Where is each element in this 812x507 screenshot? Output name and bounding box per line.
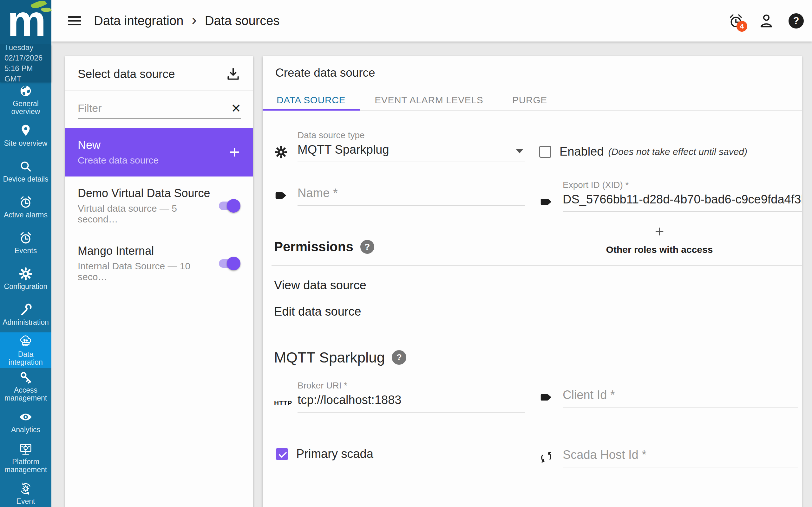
help-icon[interactable]: ? bbox=[360, 240, 374, 254]
sidebar-item-access-management[interactable]: Access management bbox=[0, 368, 51, 404]
x509-ca-input[interactable]: X509 CA (PEM format) bbox=[298, 499, 796, 507]
tab-purge[interactable]: PURGE bbox=[498, 90, 562, 110]
alarm-icon bbox=[18, 195, 33, 210]
sidebar-item-general-overview[interactable]: General overview bbox=[0, 82, 51, 118]
alarm-notifications-button[interactable]: 4 bbox=[728, 13, 744, 29]
eye-icon bbox=[18, 410, 33, 424]
tag-icon bbox=[539, 390, 557, 407]
sidebar-item-label: Events bbox=[13, 247, 38, 255]
app-logo[interactable]: m bbox=[0, 0, 51, 44]
tab-data-source[interactable]: DATA SOURCE bbox=[263, 90, 360, 110]
scada-host-id-input[interactable]: Scada Host Id * bbox=[563, 441, 798, 467]
sidebar-item-label: General overview bbox=[0, 100, 51, 116]
date-value: 02/17/2026 bbox=[4, 53, 51, 63]
permission-row-edit[interactable]: Edit data source bbox=[274, 292, 798, 319]
sidebar-item-data-integration[interactable]: Data integration bbox=[0, 332, 51, 368]
enable-toggle[interactable] bbox=[219, 259, 239, 268]
pin-icon bbox=[18, 123, 33, 138]
data-source-type-select[interactable]: Data source type MQTT Sparkplug bbox=[298, 130, 525, 162]
sidebar-item-device-details[interactable]: Device details bbox=[0, 153, 51, 189]
editor-title: Create data source bbox=[263, 56, 802, 79]
sidebar: m Tuesday 02/17/2026 5:16 PM GMT General… bbox=[0, 0, 51, 507]
download-icon[interactable] bbox=[225, 66, 241, 82]
wrench-icon bbox=[18, 302, 33, 317]
filter-input[interactable]: Filter ✕ bbox=[78, 102, 241, 119]
sidebar-item-events[interactable]: Events bbox=[0, 225, 51, 261]
http-protocol-icon: HTTP bbox=[274, 399, 292, 412]
plus-icon: + bbox=[229, 143, 240, 161]
user-account-button[interactable] bbox=[758, 13, 774, 29]
search-icon bbox=[18, 159, 33, 174]
data-source-name: Mango Internal bbox=[78, 244, 219, 258]
broker-uri-label: Broker URI * bbox=[298, 381, 525, 391]
sidebar-item-label: Administration bbox=[1, 319, 50, 326]
sidebar-item-event-handlers[interactable]: Event bbox=[0, 475, 51, 507]
permission-row-view[interactable]: View data source bbox=[274, 266, 798, 292]
sparkplug-title: MQTT Sparkplug bbox=[274, 349, 385, 366]
export-id-value: DS_5766bb11-d28d-4b70-bad6-c9ce9fda4f3b bbox=[563, 193, 802, 211]
tab-event-alarm-levels[interactable]: EVENT ALARM LEVELS bbox=[360, 90, 498, 110]
sidebar-item-label: Analytics bbox=[10, 426, 42, 434]
alarm-icon bbox=[18, 231, 33, 245]
primary-scada-checkbox[interactable] bbox=[276, 448, 288, 460]
sidebar-item-label: Access management bbox=[0, 386, 51, 402]
sidebar-item-platform-management[interactable]: Platform management bbox=[0, 440, 51, 475]
broker-uri-input[interactable]: Broker URI * tcp://localhost:1883 bbox=[298, 381, 525, 412]
sidebar-item-active-alarms[interactable]: Active alarms bbox=[0, 189, 51, 225]
data-source-name: Demo Virtual Data Source bbox=[78, 187, 219, 200]
sidebar-item-label: Data integration bbox=[0, 350, 51, 367]
date-time: 5:16 PM GMT bbox=[4, 63, 51, 84]
clear-filter-icon[interactable]: ✕ bbox=[231, 102, 241, 114]
filter-placeholder: Filter bbox=[78, 102, 231, 114]
breadcrumb-item-data-integration[interactable]: Data integration bbox=[94, 14, 183, 28]
enable-toggle[interactable] bbox=[219, 202, 239, 210]
topbar-actions: 4 ? bbox=[728, 13, 812, 29]
add-role-plus-icon[interactable]: + bbox=[599, 223, 720, 239]
enabled-label: Enabled bbox=[560, 145, 604, 158]
gearcycle-icon bbox=[18, 481, 33, 496]
sidebar-item-administration[interactable]: Administration bbox=[0, 297, 51, 332]
sidebar-item-analytics[interactable]: Analytics bbox=[0, 404, 51, 440]
content-area: Select data source Filter ✕ New Create d… bbox=[51, 42, 812, 507]
export-id-input[interactable]: Export ID (XID) * DS_5766bb11-d28d-4b70-… bbox=[563, 180, 802, 212]
sidebar-item-site-overview[interactable]: Site overview bbox=[0, 118, 51, 153]
breadcrumb-chevron-icon: › bbox=[192, 20, 196, 22]
menu-icon[interactable] bbox=[68, 14, 81, 27]
enabled-checkbox[interactable] bbox=[539, 146, 551, 158]
sparkplug-section-header: MQTT Sparkplug ? bbox=[274, 349, 798, 366]
key-icon bbox=[18, 370, 33, 385]
data-source-description: Virtual data source — 5 second… bbox=[78, 203, 219, 225]
editor-tabs: DATA SOURCE EVENT ALARM LEVELS PURGE bbox=[263, 90, 802, 111]
sidebar-item-label: Site overview bbox=[3, 139, 49, 147]
scada-host-id-placeholder: Scada Host Id * bbox=[563, 441, 798, 467]
permissions-header: Permissions ? + Other roles with access bbox=[274, 239, 798, 255]
permissions-title: Permissions bbox=[274, 239, 353, 255]
person-icon bbox=[758, 13, 774, 29]
name-input[interactable]: Name * bbox=[298, 180, 525, 206]
other-roles-column: + Other roles with access bbox=[599, 223, 720, 255]
sidebar-datetime: Tuesday 02/17/2026 5:16 PM GMT bbox=[0, 44, 51, 82]
create-data-source-panel: Create data source DATA SOURCE EVENT ALA… bbox=[263, 56, 802, 507]
sidebar-item-label: Event bbox=[15, 498, 37, 505]
monitor-icon bbox=[18, 442, 33, 456]
tag-icon bbox=[274, 188, 292, 206]
other-roles-label: Other roles with access bbox=[599, 244, 720, 255]
sidebar-item-label: Active alarms bbox=[3, 211, 49, 219]
help-icon[interactable]: ? bbox=[392, 350, 406, 365]
client-id-input[interactable]: Client Id * bbox=[563, 381, 798, 407]
data-source-list: Demo Virtual Data SourceVirtual data sou… bbox=[65, 176, 253, 292]
data-source-list-item[interactable]: Mango InternalInternal Data Source — 10 … bbox=[65, 234, 253, 292]
data-source-list-item[interactable]: Demo Virtual Data SourceVirtual data sou… bbox=[65, 176, 253, 234]
broker-uri-value: tcp://localhost:1883 bbox=[298, 393, 525, 412]
export-id-label: Export ID (XID) * bbox=[563, 180, 802, 190]
breadcrumb-item-data-sources[interactable]: Data sources bbox=[205, 14, 280, 28]
new-data-source-item[interactable]: New Create data source + bbox=[65, 128, 253, 176]
new-item-subtitle: Create data source bbox=[78, 155, 159, 166]
data-source-type-label: Data source type bbox=[298, 130, 525, 140]
sidebar-item-configuration[interactable]: Configuration bbox=[0, 261, 51, 297]
data-source-form: Data source type MQTT Sparkplug Enabled … bbox=[263, 130, 802, 507]
question-mark-icon: ? bbox=[793, 15, 799, 26]
name-placeholder: Name * bbox=[298, 180, 525, 205]
topbar: Data integration › Data sources 4 ? bbox=[51, 0, 812, 42]
help-button[interactable]: ? bbox=[789, 13, 804, 29]
